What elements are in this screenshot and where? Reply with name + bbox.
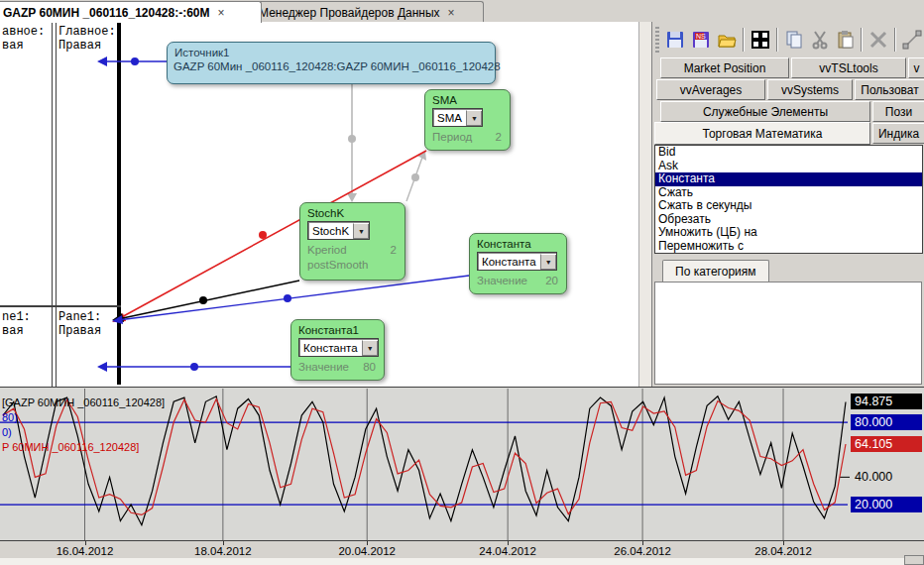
list-item[interactable]: Сжать в секунды xyxy=(655,199,922,213)
date-label: 20.04.2012 xyxy=(338,545,396,557)
copy-button[interactable] xyxy=(781,25,807,54)
chart-date-axis: 16.04.201218.04.201220.04.201224.04.2012… xyxy=(0,540,924,558)
category-market-position[interactable]: Market Position xyxy=(660,57,789,78)
node-param: Значение20 xyxy=(476,274,560,288)
list-item[interactable]: Bid xyxy=(655,146,922,160)
node-type-select[interactable]: Константа ▼ xyxy=(477,252,557,271)
axis-value-badge: 94.875 xyxy=(851,394,922,409)
toolbar-separator xyxy=(861,28,863,52)
tab-data-provider-manager[interactable]: Менеджер Провайдеров Данных × xyxy=(250,1,484,23)
wire-konstanta1-to-pane1 xyxy=(97,362,290,372)
node-sma[interactable]: SMA SMA ▼ Период2 xyxy=(424,89,511,151)
delete-x-icon xyxy=(868,30,888,50)
tab-gazp-document[interactable]: GAZP 60МИН _060116_120428:-:60M × xyxy=(0,1,262,23)
node-type-select[interactable]: Константа ▼ xyxy=(298,338,379,357)
category-trading-math[interactable]: Торговая Математика xyxy=(654,122,870,145)
node-param: Значение80 xyxy=(297,360,378,375)
category-clipped-1[interactable]: v xyxy=(908,57,924,78)
chevron-down-icon[interactable]: ▼ xyxy=(466,110,482,126)
date-label: 28.04.2012 xyxy=(754,545,812,557)
list-item[interactable]: Перемножить с xyxy=(655,240,922,254)
date-label: 26.04.2012 xyxy=(614,545,671,557)
toolbar-separator xyxy=(776,28,778,52)
script-diagram-canvas[interactable]: авное:вая Главное:Правая ne1:вая Pane1:П… xyxy=(0,22,651,387)
list-item[interactable]: Ask xyxy=(655,160,922,173)
scissors-icon xyxy=(810,30,830,50)
palette-subtabs: По категориям xyxy=(652,258,924,282)
pane-header-main-top: Главное:Правая xyxy=(58,25,116,53)
node-title: Константа1 xyxy=(298,324,378,336)
diagram-vertical-scrollbar[interactable] xyxy=(638,22,651,387)
wire-stochk-to-sma xyxy=(406,151,426,201)
chevron-down-icon[interactable]: ▼ xyxy=(353,223,369,239)
category-vvaverages[interactable]: vvAverages xyxy=(656,79,765,100)
category-indicators[interactable]: Индика xyxy=(872,123,924,144)
bottom-strip xyxy=(0,558,924,565)
pane-header-main-bottom: Pane1:Правая xyxy=(58,310,101,338)
node-konstanta1[interactable]: Константа1 Константа ▼ Значение80 xyxy=(290,319,385,381)
node-type-select[interactable]: SMA ▼ xyxy=(432,108,483,127)
category-service-elements[interactable]: Служебные Элементы xyxy=(660,101,870,122)
category-vvsystems[interactable]: vvSystems xyxy=(767,79,853,100)
axis-value-badge: 20.000 xyxy=(851,497,922,512)
wire-source-to-stochk xyxy=(347,84,357,202)
chart-legend-line: 0) xyxy=(2,426,12,438)
category-positions[interactable]: Пози xyxy=(872,101,924,122)
date-label: 24.04.2012 xyxy=(479,545,536,557)
node-param: postSmooth xyxy=(306,258,399,273)
document-tab-bar: GAZP 60МИН _060116_120428:-:60M × Менедж… xyxy=(0,0,924,23)
copy-icon xyxy=(784,30,804,50)
pane-axis-line xyxy=(117,22,121,385)
save-special-button[interactable]: NS xyxy=(688,25,714,54)
paste-icon xyxy=(836,30,856,50)
blocks-button[interactable] xyxy=(748,25,773,54)
tab-by-categories[interactable]: По категориям xyxy=(662,260,769,282)
category-vvtsltools[interactable]: vvTSLtools xyxy=(791,57,906,78)
cut-button[interactable] xyxy=(807,25,833,54)
node-konstanta[interactable]: Константа Константа ▼ Значение20 xyxy=(469,233,567,294)
pane-column-divider xyxy=(56,22,57,387)
chart-legend-line: [GAZP 60МИН _060116_120428] xyxy=(2,396,165,408)
series-StochK xyxy=(3,396,846,525)
indicator-chart-pane[interactable]: [GAZP 60МИН _060116_120428]80)0)P 60МИН … xyxy=(0,387,924,540)
node-title: SMA xyxy=(432,94,504,106)
list-item[interactable]: Константа xyxy=(655,172,922,186)
close-icon[interactable]: × xyxy=(448,6,455,20)
connector-line-icon xyxy=(902,30,922,50)
element-description-box xyxy=(654,282,922,385)
node-source[interactable]: Источник1 GAZP 60Мин _060116_120428:GAZP… xyxy=(167,42,496,84)
category-user[interactable]: Пользоват xyxy=(855,79,924,100)
close-icon[interactable]: × xyxy=(218,6,225,20)
pane-header-left-bottom: ne1:вая xyxy=(2,310,31,338)
scroll-corner[interactable] xyxy=(904,555,924,565)
chevron-down-icon[interactable]: ▼ xyxy=(540,254,556,270)
date-label: 16.04.2012 xyxy=(57,545,114,557)
paste-button[interactable] xyxy=(833,25,859,54)
axis-value-badge: 64.105 xyxy=(851,436,922,452)
tab-label: Менеджер Провайдеров Данных xyxy=(259,6,440,20)
toolbar-grip[interactable] xyxy=(655,27,659,53)
blocks-icon xyxy=(751,30,770,50)
delete-button[interactable] xyxy=(866,25,891,54)
node-stochk[interactable]: StochK StochK ▼ Kperiod2 postSmooth xyxy=(299,202,405,281)
date-label: 18.04.2012 xyxy=(194,545,252,557)
node-title: StochK xyxy=(307,207,399,219)
list-item[interactable]: Обрезать xyxy=(655,213,922,227)
node-param: Период2 xyxy=(431,130,504,145)
axis-value-badge: 80.000 xyxy=(851,414,922,430)
pane-column-divider xyxy=(52,22,53,387)
element-list[interactable]: BidAskКонстантаСжатьСжать в секундыОбрез… xyxy=(654,145,923,254)
list-item[interactable]: Умножить (ЦБ) на xyxy=(655,226,922,240)
pane-header-left-top: авное:вая xyxy=(2,25,45,53)
node-title: Константа xyxy=(477,238,560,250)
list-item[interactable]: Сжать xyxy=(655,186,922,200)
node-title: Источник1 xyxy=(174,47,489,58)
node-type-select[interactable]: StochK ▼ xyxy=(307,221,370,240)
save-special-icon: NS xyxy=(691,30,711,50)
open-button[interactable] xyxy=(714,25,740,54)
chart-legend-line: P 60МИН _060116_120428] xyxy=(2,441,139,453)
chart-legend-line: 80) xyxy=(2,411,18,423)
connector-button[interactable] xyxy=(899,25,924,54)
chevron-down-icon[interactable]: ▼ xyxy=(362,340,378,356)
save-button[interactable] xyxy=(663,25,689,54)
